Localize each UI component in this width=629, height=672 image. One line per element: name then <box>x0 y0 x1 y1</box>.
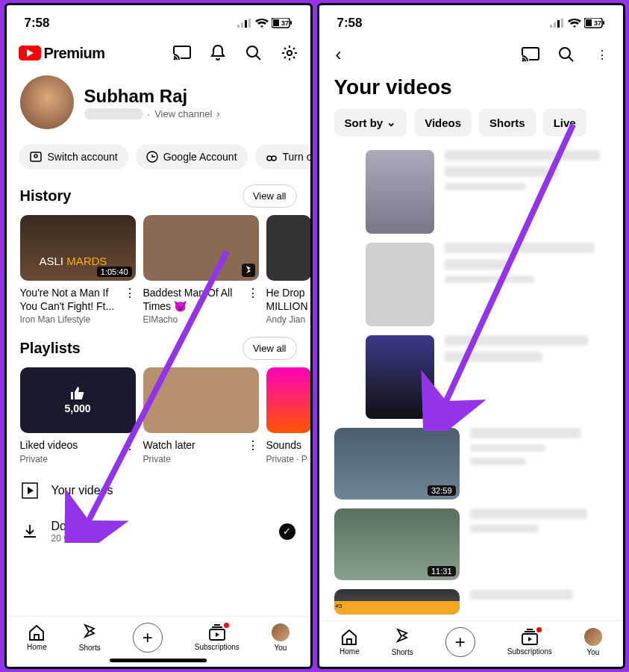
profile-sub: hidden · View channel › <box>84 108 220 119</box>
sortby-chip[interactable]: Sort by⌄ <box>334 108 407 137</box>
profile-section[interactable]: Subham Raj hidden · View channel › <box>7 69 310 140</box>
status-time: 7:58 <box>25 16 50 31</box>
nav-subscriptions[interactable]: Subscriptions <box>507 629 552 656</box>
more-icon[interactable]: ⋮ <box>124 286 136 325</box>
svg-text:37: 37 <box>594 19 601 27</box>
status-bar: 7:58 37 <box>319 5 623 37</box>
svg-point-33 <box>522 60 524 62</box>
avatar <box>20 75 74 129</box>
svg-rect-1 <box>241 22 243 28</box>
bell-icon[interactable] <box>209 44 227 62</box>
history-header: History View all <box>7 180 310 215</box>
status-time: 7:58 <box>337 16 363 31</box>
svg-rect-29 <box>586 19 592 26</box>
svg-point-12 <box>247 46 257 57</box>
cast-icon[interactable] <box>522 46 539 63</box>
svg-rect-25 <box>557 20 560 28</box>
download-icon <box>22 523 38 540</box>
history-card[interactable]: Baddest Man Of All Times 😈ElMacho⋮ <box>143 215 259 325</box>
phone-right: 7:58 37 ‹ ⋮ Your videos Sort by⌄ Videos … <box>317 3 625 669</box>
video-row[interactable]: 32:59 <box>334 428 608 500</box>
playlists-header: Playlists View all <box>7 332 310 367</box>
more-icon[interactable]: ⋮ <box>593 46 611 63</box>
video-row[interactable] <box>334 335 608 419</box>
svg-point-18 <box>267 156 272 161</box>
search-icon[interactable] <box>557 46 575 63</box>
svg-rect-23 <box>550 25 552 28</box>
avatar-icon <box>272 623 290 641</box>
check-icon: ✓ <box>279 523 295 540</box>
shorts-badge-icon <box>242 264 255 277</box>
playlist-card[interactable]: Watch laterPrivate⋮ <box>143 367 259 464</box>
video-row[interactable] <box>334 150 608 234</box>
nav-shorts[interactable]: Shorts <box>392 628 413 656</box>
svg-text:37: 37 <box>281 19 289 27</box>
your-videos-link[interactable]: Your videos <box>7 472 310 509</box>
svg-rect-26 <box>561 19 563 28</box>
chevron-down-icon: ⌄ <box>387 116 396 129</box>
nav-you[interactable]: You <box>584 628 602 656</box>
svg-line-35 <box>569 57 573 61</box>
nav-shorts[interactable]: Shorts <box>79 623 101 652</box>
avatar-icon <box>584 628 602 646</box>
home-indicator[interactable] <box>110 659 207 662</box>
svg-rect-15 <box>31 152 41 161</box>
svg-rect-2 <box>245 20 247 28</box>
playlists-row[interactable]: 5,000 Liked videosPrivate⋮ Watch laterPr… <box>7 367 310 471</box>
switch-account-chip[interactable]: Switch account <box>19 144 128 169</box>
nav-home[interactable]: Home <box>339 629 360 656</box>
search-icon[interactable] <box>245 44 263 62</box>
more-icon[interactable]: ⋮ <box>124 438 136 464</box>
nav-create[interactable]: + <box>133 623 163 653</box>
svg-rect-5 <box>290 21 292 25</box>
video-row[interactable] <box>334 243 608 326</box>
filter-live[interactable]: Live <box>543 108 586 137</box>
youtube-logo[interactable]: Premium <box>19 45 105 62</box>
video-row[interactable]: 11:31 <box>334 508 608 580</box>
page-title: Your videos <box>319 72 623 107</box>
svg-point-19 <box>272 156 276 161</box>
profile-name: Subham Raj <box>84 86 220 107</box>
gear-icon[interactable] <box>281 44 298 62</box>
svg-point-14 <box>287 51 292 55</box>
nav-create[interactable]: + <box>445 627 475 657</box>
playlist-card[interactable]: Sounds Private · P <box>266 367 310 464</box>
chevron-right-icon: › <box>216 108 219 119</box>
cast-icon[interactable] <box>173 44 191 62</box>
video-row[interactable]: #3 <box>334 589 608 615</box>
svg-rect-0 <box>237 25 240 28</box>
bottom-nav: Home Shorts + Subscriptions You <box>7 616 310 656</box>
more-icon[interactable]: ⋮ <box>247 438 259 464</box>
back-icon[interactable]: ‹ <box>331 44 346 65</box>
svg-rect-3 <box>248 19 251 28</box>
downloads-link[interactable]: Downloads20 videos ✓ <box>7 509 310 554</box>
filter-shorts[interactable]: Shorts <box>479 108 536 137</box>
play-box-icon <box>22 482 38 499</box>
history-card[interactable]: ASLI MARDS1:05:40 You're Not a Man If Yo… <box>20 215 136 325</box>
phone-left: 7:58 37 Premium Subham Raj hidden · View… <box>4 3 313 669</box>
bottom-nav: Home Shorts + Subscriptions You <box>319 620 623 660</box>
svg-rect-24 <box>554 22 556 28</box>
svg-rect-28 <box>603 21 604 25</box>
svg-line-13 <box>256 55 260 60</box>
nav-home[interactable]: Home <box>27 624 47 651</box>
history-card[interactable]: He Drop MILLION Andy Jian <box>266 215 310 325</box>
svg-rect-6 <box>273 19 279 26</box>
nav-you[interactable]: You <box>272 623 290 652</box>
status-icons: 37 <box>550 18 605 28</box>
google-account-chip[interactable]: Google Account <box>136 144 248 169</box>
svg-point-16 <box>34 155 37 158</box>
svg-point-34 <box>560 48 570 58</box>
history-viewall[interactable]: View all <box>242 184 297 208</box>
video-list[interactable]: 32:59 11:31 #3 <box>319 150 623 620</box>
playlist-card[interactable]: 5,000 Liked videosPrivate⋮ <box>20 367 136 464</box>
topbar: ‹ ⋮ <box>319 37 623 72</box>
more-icon[interactable]: ⋮ <box>247 286 259 325</box>
playlists-viewall[interactable]: View all <box>242 337 297 360</box>
status-icons: 37 <box>237 18 292 28</box>
incognito-chip[interactable]: Turn on Inc <box>255 144 310 169</box>
nav-subscriptions[interactable]: Subscriptions <box>195 624 240 651</box>
status-bar: 7:58 37 <box>7 5 310 37</box>
filter-videos[interactable]: Videos <box>414 108 472 137</box>
history-row[interactable]: ASLI MARDS1:05:40 You're Not a Man If Yo… <box>7 215 310 332</box>
